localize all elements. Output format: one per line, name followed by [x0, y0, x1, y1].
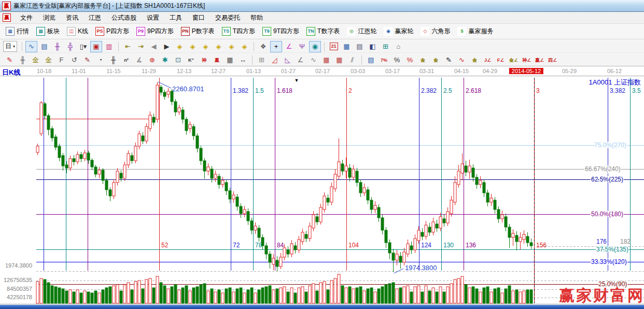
draw-gold-line-icon[interactable]: 金 — [430, 54, 442, 66]
draw-gold-angle-0-icon[interactable]: 金 — [469, 54, 481, 66]
tool-zoom-all-icon[interactable]: ◈ — [239, 41, 250, 52]
draw-fan-purple-icon[interactable]: ◺ — [282, 54, 293, 66]
toolbar-button-hexagon[interactable]: ◇六角形 — [417, 26, 454, 37]
tool-hand-tool-icon[interactable]: ❖ — [257, 41, 269, 52]
menu-item-trade-order[interactable]: 交易委托 — [210, 12, 245, 23]
toolbar-button-winner-service[interactable]: $赢家服务 — [454, 26, 497, 37]
draw-percent-icon[interactable]: % — [391, 54, 403, 66]
draw-grid-target-icon[interactable]: ⊡ — [172, 54, 184, 66]
draw-wave-lines-icon[interactable]: ∿ — [307, 54, 319, 66]
draw-pencil-icon[interactable]: ✎ — [4, 54, 16, 66]
period-selector[interactable]: 日▾ — [3, 41, 17, 52]
draw-gold-circle-icon[interactable]: 金 — [417, 54, 429, 66]
toolbar-button-p-square[interactable]: PSP四方形 — [92, 26, 133, 37]
tool-save-icon[interactable]: ◧ — [367, 41, 379, 52]
toolbar-button-t-digit-table[interactable]: TNT数字表 — [303, 26, 343, 37]
toolbar-button-p-digit-table[interactable]: PNP数字表 — [177, 26, 218, 37]
tool-send-web-icon[interactable]: ⊞ — [380, 41, 391, 52]
draw-ink-tool-icon[interactable]: ✎ — [443, 54, 455, 66]
menu-item-help[interactable]: 帮助 — [245, 12, 268, 23]
tool-goto-last-icon[interactable]: ⇥ — [135, 41, 147, 52]
menu-item-file[interactable]: 文件 — [15, 12, 38, 23]
candle-body — [457, 171, 460, 185]
draw-grid-red-2-icon[interactable]: ▦ — [333, 54, 345, 66]
draw-gold-ruler-2-icon[interactable]: 金 — [43, 54, 54, 66]
tool-candle-type-icon[interactable]: ▯▾ — [77, 41, 89, 52]
toolbar-button-winner-wheel[interactable]: ◉赢家轮 — [380, 26, 417, 37]
draw-fan-red-icon[interactable]: ◿ — [269, 54, 281, 66]
draw-slash-lines-icon[interactable]: ⫽ — [346, 54, 358, 66]
tool-zoom-in-icon[interactable]: ◈ — [213, 41, 225, 52]
menu-item-news[interactable]: 资讯 — [61, 12, 83, 23]
draw-wave-percent-icon[interactable]: ∿ — [456, 54, 468, 66]
menu-item-browse[interactable]: 浏览 — [38, 12, 61, 23]
tool-step-back-icon[interactable]: ◀ — [148, 41, 160, 52]
draw-j-angle-icon[interactable]: J∠ — [482, 54, 494, 66]
draw-grid-123-icon[interactable]: ▦ — [224, 54, 236, 66]
menu-item-settings[interactable]: 设置 — [142, 12, 164, 23]
draw-ying-tool-icon[interactable]: 赢 — [211, 54, 223, 66]
toolbar-button-t-square[interactable]: TST四方形 — [218, 26, 259, 37]
draw-time-ruler-icon[interactable]: ╫ — [17, 54, 29, 66]
draw-f-ruler-icon[interactable]: F — [55, 54, 67, 66]
tool-zoom-left-icon[interactable]: ◈ — [174, 41, 186, 52]
menu-item-window[interactable]: 窗口 — [187, 12, 210, 23]
toolbar-button-kline[interactable]: ◫K线 — [63, 26, 92, 37]
draw-f-angle-icon[interactable]: F∠ — [495, 54, 507, 66]
tool-bars-9-icon[interactable]: ╬ — [64, 41, 76, 52]
tool-notes-icon[interactable]: ▤ — [354, 41, 366, 52]
kline-chart-canvas[interactable]: 1.3821.51.61822.3822.52.61833.3823.55272… — [0, 67, 644, 305]
draw-ying-angle-icon[interactable]: 赢∠ — [534, 54, 545, 66]
tool-goto-first-icon[interactable]: ⇤ — [122, 41, 134, 52]
tool-chart-style-icon[interactable]: ∿ — [25, 41, 37, 52]
draw-time-circle-icon[interactable]: ◔ — [94, 54, 106, 66]
tool-remote-pc-icon[interactable]: ⌂ — [393, 41, 404, 52]
draw-k-mark-icon[interactable]: K" — [185, 54, 197, 66]
draw-gold-angle-icon[interactable]: 金∠ — [508, 54, 520, 66]
draw-angle-ruler-icon[interactable]: ∡ — [133, 54, 145, 66]
tool-calendar-icon[interactable]: 21 — [328, 41, 340, 52]
draw-n-square-icon[interactable]: n² — [120, 54, 132, 66]
tool-histogram-icon[interactable]: ▥ — [103, 41, 115, 52]
draw-gold-ruler-1-icon[interactable]: 金 — [30, 54, 41, 66]
tool-cycle-tool-icon[interactable]: ◉ — [309, 41, 321, 52]
draw-box-grid-icon[interactable]: ⊞ — [256, 54, 268, 66]
draw-shen-angle-icon[interactable]: 神∠ — [521, 54, 533, 66]
tool-bars-3-icon[interactable]: ╫ — [51, 41, 63, 52]
tool-red-frame-icon[interactable]: ▣ — [90, 41, 102, 52]
toolbar-button-sectors[interactable]: ▩板块 — [33, 26, 63, 37]
draw-spider-web-icon[interactable]: ✱ — [159, 54, 171, 66]
tool-zoom-right-icon[interactable]: ◈ — [187, 41, 199, 52]
date-label-03-03: 03-03 — [351, 68, 365, 74]
menu-item-gann[interactable]: 江恩 — [83, 12, 106, 23]
draw-percent-strike-icon[interactable]: 7% — [378, 54, 390, 66]
draw-stat-panel-icon[interactable]: ▤ — [365, 54, 377, 66]
draw-brush-icon[interactable]: ✎ — [81, 54, 93, 66]
chart-area[interactable]: 日K线 10-1811-0111-1511-2912-1312-2701-130… — [0, 67, 644, 305]
draw-angle-lines-icon[interactable]: ∠ — [295, 54, 306, 66]
draw-span-arrow-icon[interactable]: ↔ — [237, 54, 249, 66]
toolbar-button-9p-square[interactable]: P99P四方形 — [133, 26, 177, 37]
tool-info-panel-icon[interactable]: ▤ — [38, 41, 50, 52]
draw-spiral-icon[interactable]: ↺ — [68, 54, 80, 66]
tool-zoom-out-icon[interactable]: ◈ — [226, 41, 237, 52]
draw-circle-target-icon[interactable]: ⊕ — [146, 54, 158, 66]
tool-zoom-h-icon[interactable]: ◈ — [200, 41, 212, 52]
menu-item-tools[interactable]: 工具 — [164, 12, 187, 23]
tool-flower-tool-icon[interactable]: Ψ — [296, 41, 308, 52]
toolbar-button-gann-wheel[interactable]: ◎江恩轮 — [343, 26, 380, 37]
toolbar-button-9t-square[interactable]: T99T四方形 — [259, 26, 303, 37]
tool-angle-measure-icon[interactable]: ∠ — [283, 41, 295, 52]
title-bar[interactable]: 赢 赢家江恩专业版[赢家内部服务平台] - [上证指数 SH1A0001-167… — [0, 0, 644, 12]
draw-shen-tool-icon[interactable]: 神 — [198, 54, 210, 66]
tool-calculator-icon[interactable]: ▦ — [341, 41, 353, 52]
tool-crosshair-tool-icon[interactable]: + — [270, 41, 282, 52]
toolbar-button-quotes[interactable]: ▦行情 — [2, 26, 33, 37]
draw-grid-red-1-icon[interactable]: ▦ — [320, 54, 332, 66]
tool-step-forward-icon[interactable]: ▶ — [161, 41, 173, 52]
draw-percent-line-icon[interactable]: % — [404, 54, 416, 66]
draw-tick-ruler-icon[interactable]: ╫ — [107, 54, 119, 66]
menu-item-formula-stock-pick[interactable]: 公式选股 — [106, 12, 142, 23]
draw-four-angle-icon[interactable]: 四∠ — [547, 54, 558, 66]
toolbar-separator — [118, 42, 119, 51]
